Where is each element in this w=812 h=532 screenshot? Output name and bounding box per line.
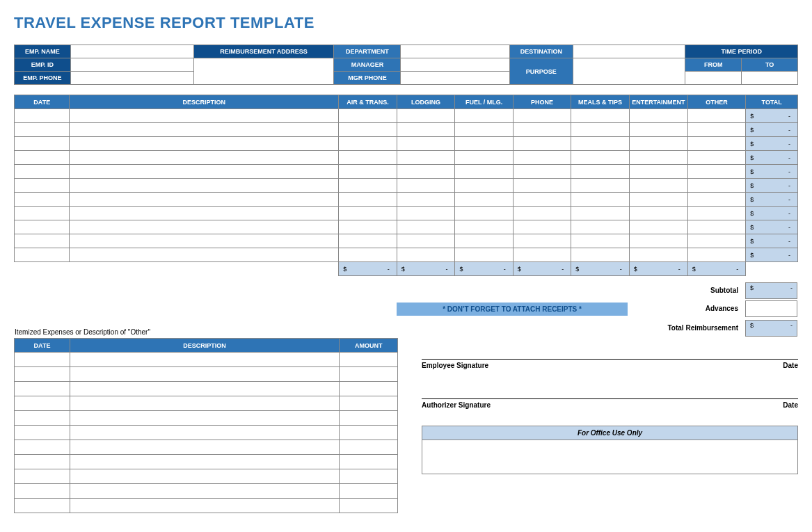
expense-cell[interactable]	[455, 123, 513, 137]
expense-cell[interactable]	[687, 193, 746, 207]
expense-cell[interactable]	[15, 151, 70, 165]
expense-cell[interactable]	[513, 165, 571, 179]
expense-cell[interactable]	[455, 248, 513, 262]
expense-cell[interactable]	[15, 207, 70, 220]
expense-cell[interactable]	[687, 151, 746, 165]
expense-cell[interactable]	[15, 234, 70, 248]
expense-cell[interactable]	[629, 179, 687, 193]
expense-cell[interactable]	[70, 165, 339, 179]
expense-cell[interactable]	[571, 123, 630, 137]
expense-cell[interactable]	[513, 109, 571, 123]
expense-cell[interactable]	[629, 248, 687, 262]
expense-cell[interactable]	[629, 123, 687, 137]
itemized-cell[interactable]	[15, 484, 70, 499]
expense-cell[interactable]	[687, 248, 746, 262]
itemized-cell[interactable]	[340, 396, 398, 411]
itemized-cell[interactable]	[15, 396, 70, 411]
itemized-cell[interactable]	[340, 455, 398, 469]
expense-cell[interactable]	[687, 137, 746, 151]
itemized-cell[interactable]	[70, 382, 340, 396]
itemized-cell[interactable]	[70, 484, 340, 499]
authorizer-signature-line[interactable]: Authorizer Signature Date	[422, 398, 798, 409]
itemized-cell[interactable]	[15, 499, 70, 513]
expense-cell[interactable]	[70, 179, 339, 193]
expense-cell[interactable]	[339, 165, 397, 179]
expense-cell[interactable]	[455, 137, 513, 151]
expense-cell[interactable]	[15, 123, 70, 137]
expense-cell[interactable]	[629, 193, 687, 207]
expense-cell[interactable]	[397, 151, 455, 165]
input-mgr-phone[interactable]	[401, 72, 510, 85]
expense-cell[interactable]	[629, 109, 687, 123]
expense-cell[interactable]	[687, 179, 746, 193]
itemized-cell[interactable]	[15, 411, 70, 426]
expense-cell[interactable]	[513, 234, 571, 248]
itemized-cell[interactable]	[340, 353, 398, 367]
expense-cell[interactable]	[339, 220, 397, 234]
expense-cell[interactable]	[455, 234, 513, 248]
expense-cell[interactable]	[513, 207, 571, 220]
expense-cell[interactable]	[70, 193, 339, 207]
expense-cell[interactable]	[397, 234, 455, 248]
expense-cell[interactable]	[455, 109, 513, 123]
expense-cell[interactable]	[70, 234, 339, 248]
expense-cell[interactable]	[70, 220, 339, 234]
expense-cell[interactable]	[513, 248, 571, 262]
expense-cell[interactable]	[70, 248, 339, 262]
input-department[interactable]	[401, 45, 510, 58]
itemized-cell[interactable]	[15, 469, 70, 484]
expense-cell[interactable]	[70, 151, 339, 165]
expense-cell[interactable]	[571, 220, 630, 234]
expense-cell[interactable]	[70, 207, 339, 220]
expense-cell[interactable]	[397, 220, 455, 234]
input-emp-phone[interactable]	[70, 72, 193, 85]
expense-cell[interactable]	[339, 123, 397, 137]
expense-cell[interactable]	[571, 193, 630, 207]
expense-cell[interactable]	[687, 220, 746, 234]
expense-cell[interactable]	[15, 165, 70, 179]
expense-cell[interactable]	[339, 179, 397, 193]
itemized-cell[interactable]	[340, 484, 398, 499]
expense-cell[interactable]	[15, 220, 70, 234]
expense-cell[interactable]	[687, 234, 746, 248]
expense-cell[interactable]	[455, 151, 513, 165]
expense-cell[interactable]	[513, 151, 571, 165]
expense-cell[interactable]	[571, 207, 630, 220]
expense-cell[interactable]	[339, 151, 397, 165]
expense-cell[interactable]	[455, 220, 513, 234]
expense-cell[interactable]	[397, 179, 455, 193]
expense-cell[interactable]	[513, 123, 571, 137]
value-advances[interactable]	[745, 300, 797, 317]
expense-cell[interactable]	[339, 248, 397, 262]
expense-cell[interactable]	[687, 109, 746, 123]
expense-cell[interactable]	[397, 137, 455, 151]
itemized-cell[interactable]	[340, 367, 398, 382]
expense-cell[interactable]	[513, 193, 571, 207]
itemized-cell[interactable]	[70, 469, 340, 484]
itemized-cell[interactable]	[340, 440, 398, 455]
itemized-cell[interactable]	[340, 426, 398, 440]
itemized-cell[interactable]	[70, 426, 340, 440]
expense-cell[interactable]	[687, 207, 746, 220]
itemized-cell[interactable]	[15, 440, 70, 455]
expense-cell[interactable]	[15, 179, 70, 193]
input-reimb-addr[interactable]	[193, 58, 334, 85]
input-from[interactable]	[685, 72, 742, 85]
office-use-body[interactable]	[422, 440, 797, 474]
input-emp-name[interactable]	[70, 45, 193, 58]
expense-cell[interactable]	[513, 137, 571, 151]
expense-cell[interactable]	[397, 109, 455, 123]
employee-signature-line[interactable]: Employee Signature Date	[422, 359, 798, 369]
expense-cell[interactable]	[687, 123, 746, 137]
itemized-cell[interactable]	[15, 455, 70, 469]
expense-cell[interactable]	[70, 123, 339, 137]
expense-cell[interactable]	[629, 234, 687, 248]
expense-cell[interactable]	[571, 165, 630, 179]
itemized-cell[interactable]	[340, 382, 398, 396]
expense-cell[interactable]	[455, 193, 513, 207]
expense-cell[interactable]	[629, 220, 687, 234]
expense-cell[interactable]	[629, 165, 687, 179]
expense-cell[interactable]	[397, 165, 455, 179]
expense-cell[interactable]	[687, 165, 746, 179]
itemized-cell[interactable]	[70, 411, 340, 426]
